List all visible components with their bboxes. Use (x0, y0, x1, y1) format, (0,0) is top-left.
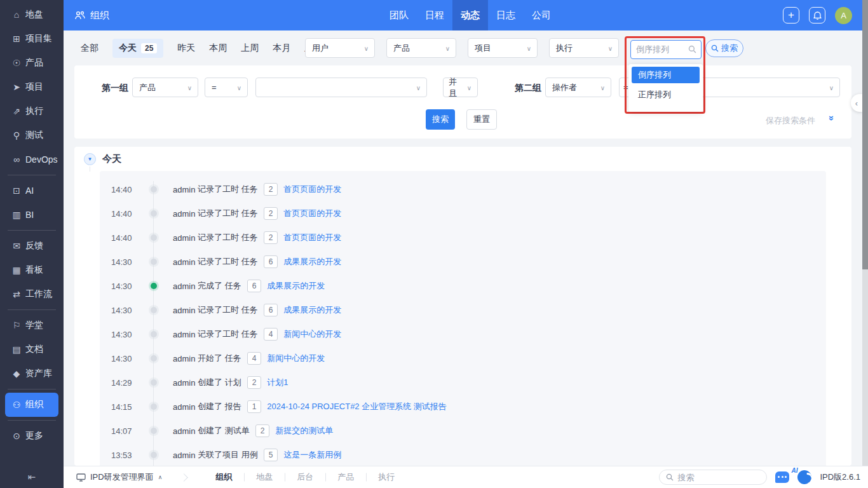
team-icon (75, 11, 85, 20)
bottom-tab[interactable]: 执行 (366, 466, 407, 488)
group-logic-select[interactable]: 并且 ∨ (443, 78, 478, 97)
date-filter[interactable]: 本月 (273, 43, 290, 54)
nav-tab[interactable]: 公司 (524, 0, 559, 30)
nav-tab-label: 动态 (461, 10, 480, 20)
search-button[interactable]: 搜索 (426, 109, 455, 130)
nav-tab[interactable]: 日程 (417, 0, 452, 30)
sidebar-item[interactable]: ⚲ 测试 (5, 123, 58, 147)
bottom-tab[interactable]: 组织 (203, 466, 244, 488)
row-time: 14:30 (111, 354, 143, 363)
nav-tab[interactable]: 动态 (452, 0, 488, 30)
group2-field-select[interactable]: 操作者 ∨ (545, 78, 611, 97)
row-action: 创建了 (198, 401, 222, 412)
object-link[interactable]: 首页页面的开发 (283, 208, 341, 219)
sidebar-item[interactable]: ⊞ 项目集 (5, 27, 58, 51)
kanban-icon: ▦ (10, 265, 23, 275)
chart-board-icon: ▥ (10, 210, 23, 220)
group1-operator-select[interactable]: = ∨ (205, 78, 248, 97)
project-select[interactable]: 项目 ∨ (468, 38, 538, 58)
scrollbar-thumb[interactable] (862, 0, 868, 269)
sidebar-item[interactable]: ➤ 项目 (5, 75, 58, 99)
date-filter[interactable]: 本周 (209, 43, 227, 54)
sidebar-item[interactable]: ✉ 反馈 (5, 234, 58, 258)
user-select[interactable]: 用户 ∨ (305, 38, 375, 58)
sidebar-item[interactable] (8, 420, 56, 421)
bell-icon (813, 11, 822, 20)
timeline-row: 14:40 admin 记录了工时 任务 2 首页页面的开发 (100, 201, 826, 226)
sidebar-item-label: 执行 (25, 105, 43, 117)
object-link[interactable]: 新提交的测试单 (275, 425, 333, 437)
panel-collapse-handle[interactable]: ‹ (851, 94, 862, 112)
object-link[interactable]: 新闻中心的开发 (283, 329, 341, 340)
object-link[interactable]: 成果展示的开发 (283, 256, 341, 268)
user-avatar[interactable]: A (835, 7, 852, 24)
notifications-button[interactable] (809, 7, 825, 24)
select-value: 操作者 (552, 82, 577, 93)
sidebar-item[interactable]: ▦ 看板 (5, 258, 58, 282)
product-select[interactable]: 产品 ∨ (386, 38, 456, 58)
sidebar-item[interactable]: ⌂ 地盘 (5, 3, 58, 27)
date-filter[interactable]: 今天 25 (112, 39, 163, 58)
group1-field-select[interactable]: 产品 ∨ (132, 78, 198, 97)
sidebar-item[interactable]: ⚐ 学堂 (5, 313, 58, 337)
object-link[interactable]: 2024-10-24 PROJECT#2 企业管理系统 测试报告 (267, 401, 446, 412)
double-chevron-down-icon[interactable]: » (827, 116, 837, 119)
sidebar-item[interactable]: ◆ 资产库 (5, 362, 58, 386)
sidebar-collapse-icon[interactable]: ⇤ (0, 471, 64, 483)
date-filter[interactable]: 昨天 (177, 43, 195, 54)
top-search-button[interactable]: 搜索 (705, 39, 743, 57)
sidebar: ⌂ 地盘 ⊞ 项目集 ☉ 产品 ➤ 项目 (0, 0, 64, 488)
product-logo (797, 470, 811, 484)
object-link[interactable]: 成果展示的开发 (267, 280, 325, 292)
date-filter[interactable]: 全部 (81, 43, 98, 54)
object-link[interactable]: 新闻中心的开发 (267, 353, 325, 364)
object-link[interactable]: 首页页面的开发 (283, 184, 341, 195)
sidebar-item[interactable]: ☉ 产品 (5, 51, 58, 75)
execution-select[interactable]: 执行 ∨ (549, 38, 619, 58)
row-actor: admin (173, 330, 195, 339)
module-title: 组织 (75, 0, 109, 30)
app-switcher[interactable]: IPD研发管理界面 ∧ (64, 471, 162, 483)
nav-tab-label: 公司 (532, 10, 551, 20)
sidebar-item-label: DevOps (25, 154, 58, 165)
sidebar-item[interactable]: ⇗ 执行 (5, 99, 58, 123)
sidebar-item[interactable]: ▤ 文档 (5, 337, 58, 362)
add-button[interactable]: + (783, 7, 799, 24)
sidebar-item[interactable] (8, 230, 56, 231)
row-actor: admin (173, 233, 195, 243)
sidebar-item[interactable]: ▥ BI (5, 203, 58, 227)
bottom-tab[interactable]: 地盘 (244, 466, 285, 488)
object-link[interactable]: 这是一条新用例 (283, 449, 341, 461)
group1-value-select[interactable]: ∨ (255, 78, 427, 97)
sidebar-item[interactable] (8, 175, 56, 175)
row-actor: admin (173, 451, 195, 460)
chevron-down-icon: ∨ (187, 84, 192, 91)
reset-button[interactable]: 重置 (466, 109, 497, 130)
more-circle-icon: ⊙ (10, 431, 23, 441)
object-link[interactable]: 成果展示的开发 (283, 304, 341, 316)
bottom-tab[interactable]: 后台 (285, 466, 325, 488)
timeline-rows: 14:40 admin 记录了工时 任务 2 首页页面的开发 (100, 177, 826, 466)
sidebar-item[interactable] (8, 389, 56, 390)
chevron-down-icon: ∨ (237, 84, 241, 91)
sidebar-item[interactable]: ⊙ 更多 (5, 424, 58, 448)
nav-tab[interactable]: 日志 (488, 0, 524, 30)
sidebar-item[interactable]: ⊡ AI (5, 179, 58, 203)
global-search-input[interactable] (677, 473, 754, 482)
sidebar-item[interactable]: ∞ DevOps (5, 147, 58, 172)
date-filter[interactable]: 上周 (241, 43, 259, 54)
object-link[interactable]: 计划1 (267, 377, 288, 388)
sort-option[interactable]: 正序排列 (632, 86, 700, 103)
collapse-group-icon[interactable]: ▼ (84, 153, 96, 165)
row-object-type: 任务 (225, 280, 241, 292)
object-link[interactable]: 首页页面的开发 (283, 232, 341, 243)
ai-assistant-button[interactable]: AI (775, 471, 789, 483)
row-text: admin 记录了工时 任务 2 首页页面的开发 (173, 207, 341, 220)
sidebar-item[interactable]: ⚇ 组织 (5, 393, 58, 417)
bottom-tab[interactable]: 产品 (325, 466, 366, 488)
nav-tab[interactable]: 团队 (381, 0, 417, 30)
sidebar-item[interactable]: ⇄ 工作流 (5, 282, 58, 306)
save-search-link[interactable]: 保存搜索条件 (766, 115, 815, 126)
sort-option[interactable]: 倒序排列 (632, 67, 700, 83)
sidebar-item[interactable] (8, 309, 56, 310)
